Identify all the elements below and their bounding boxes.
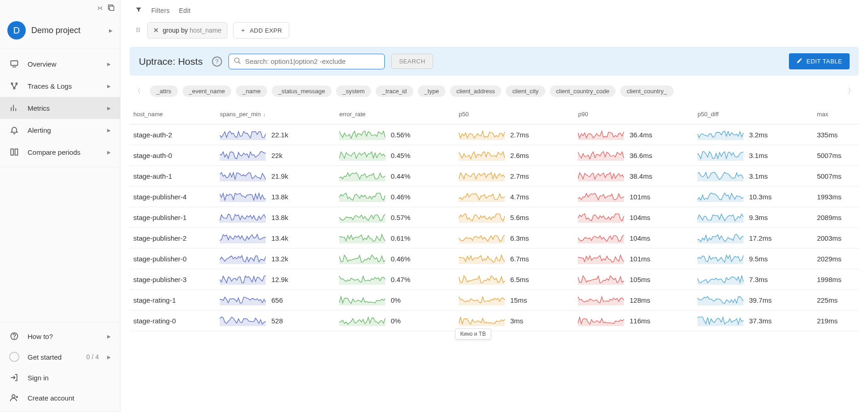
project-avatar: D xyxy=(7,21,26,40)
help-icon[interactable]: ? xyxy=(212,56,222,67)
nav-item-metrics[interactable]: Metrics▶ xyxy=(0,97,120,119)
nav-item-sign-in[interactable]: Sign in xyxy=(0,367,120,388)
table-row[interactable]: stage-auth-222.1k0.56%2.7ms36.4ms3.2ms33… xyxy=(130,124,859,145)
group-by-chip[interactable]: ✕ group by host_name xyxy=(147,22,228,39)
cell-value: 13.8k xyxy=(271,214,296,221)
table-row[interactable]: stage-publisher-312.9k0.47%6.5ms105ms7.3… xyxy=(130,269,859,290)
cell-value: 128ms xyxy=(629,296,654,304)
tag-_name[interactable]: _name xyxy=(236,85,267,97)
add-expr-button[interactable]: ＋ ADD EXPR xyxy=(233,22,289,39)
spans_per_min-cell: 13.8k xyxy=(216,207,336,228)
tag-client_city[interactable]: client_city xyxy=(506,85,545,97)
nav-item-compare-periods[interactable]: Compare periods▶ xyxy=(0,141,120,163)
column-host_name[interactable]: host_name xyxy=(130,104,216,124)
attributes-tags-row: 〈 _attrs_event_name_name_status_message_… xyxy=(130,81,859,101)
svg-line-26 xyxy=(239,62,240,63)
sparkline xyxy=(578,150,624,161)
nav-item-traces-logs[interactable]: Traces & Logs▶ xyxy=(0,75,120,97)
table-row[interactable]: stage-auth-022k0.45%2.6ms36.6ms3.1ms5007… xyxy=(130,145,859,166)
p50_diff-cell: 9.5ms xyxy=(694,248,813,269)
sparkline xyxy=(339,170,385,181)
spans_per_min-cell: 528 xyxy=(216,310,336,331)
cell-value: 0% xyxy=(391,317,416,325)
p50-cell: 6.7ms xyxy=(455,248,575,269)
nav-item-overview[interactable]: Overview▶ xyxy=(0,53,120,75)
column-p90[interactable]: p90 xyxy=(574,104,694,124)
sparkline xyxy=(697,274,743,285)
nav-item-alerting[interactable]: Alerting▶ xyxy=(0,119,120,141)
table-row[interactable]: stage-publisher-113.8k0.57%5.6ms104ms9.3… xyxy=(130,207,859,228)
tag-_trace_id[interactable]: _trace_id xyxy=(376,85,413,97)
monitor-icon xyxy=(9,59,19,68)
scroll-left-icon[interactable]: 〈 xyxy=(130,84,145,98)
sparkline xyxy=(459,315,505,326)
table-row[interactable]: stage-auth-121.9k0.44%2.7ms38.4ms3.1ms50… xyxy=(130,166,859,186)
filter-icon[interactable] xyxy=(135,6,142,15)
close-icon[interactable]: ✕ xyxy=(153,26,159,34)
column-spans_per_min[interactable]: spans_per_min ↓ xyxy=(216,104,336,124)
p50-cell: 2.6ms xyxy=(455,145,575,166)
sparkline xyxy=(578,294,624,305)
collapse-sidebar-icon[interactable]: ›‹ xyxy=(97,4,103,13)
tag-_event_name[interactable]: _event_name xyxy=(183,85,232,97)
progress-ring-icon xyxy=(9,352,19,362)
host-name-cell: stage-rating-1 xyxy=(130,290,216,310)
svg-point-20 xyxy=(137,29,137,30)
table-row[interactable]: stage-publisher-413.8k0.46%4.7ms101ms10.… xyxy=(130,186,859,207)
p90-cell: 116ms xyxy=(574,310,694,331)
tag-_attrs[interactable]: _attrs xyxy=(150,85,178,97)
svg-point-19 xyxy=(137,28,137,28)
edit-link[interactable]: Edit xyxy=(179,7,190,14)
column-error_rate[interactable]: error_rate xyxy=(336,104,455,124)
tag-client_address[interactable]: client_address xyxy=(450,85,502,97)
search-input[interactable] xyxy=(245,57,380,65)
tag-_status_message[interactable]: _status_message xyxy=(272,85,331,97)
table-row[interactable]: stage-rating-16560%15ms128ms39.7ms225ms xyxy=(130,290,859,310)
spans_per_min-cell: 656 xyxy=(216,290,336,310)
tag-_type[interactable]: _type xyxy=(418,85,445,97)
nav-item-how-to-[interactable]: How to?▶ xyxy=(0,326,120,346)
search-button[interactable]: SEARCH xyxy=(391,54,433,69)
p50_diff-cell: 3.1ms xyxy=(694,145,813,166)
search-box[interactable] xyxy=(228,54,385,69)
error_rate-cell: 0.56% xyxy=(336,124,455,145)
sparkline xyxy=(339,212,385,223)
table-row[interactable]: stage-publisher-013.2k0.46%6.7ms101ms9.5… xyxy=(130,248,859,269)
table-row[interactable]: stage-rating-05280%3ms116ms37.3ms219ms xyxy=(130,310,859,331)
bell-icon xyxy=(9,125,19,135)
nav-label: Alerting xyxy=(28,126,99,134)
cell-value: 6.7ms xyxy=(510,255,535,263)
error_rate-cell: 0% xyxy=(336,290,455,310)
p50-cell: 2.7ms xyxy=(455,166,575,186)
column-max[interactable]: max xyxy=(813,104,859,124)
svg-point-16 xyxy=(12,395,15,398)
sparkline xyxy=(578,212,624,223)
table-row[interactable]: stage-publisher-213.4k0.61%6.3ms104ms17.… xyxy=(130,228,859,248)
scroll-right-icon[interactable]: 〉 xyxy=(843,84,859,98)
secondary-nav: How to?▶Get started0 / 4▶Sign inCreate a… xyxy=(0,322,120,412)
host-name-cell: stage-auth-2 xyxy=(130,124,216,145)
graph-icon xyxy=(9,81,19,90)
p90-cell: 105ms xyxy=(574,269,694,290)
host-name-cell: stage-publisher-0 xyxy=(130,248,216,269)
tag-client_country_[interactable]: client_country_ xyxy=(620,85,673,97)
nav-item-get-started[interactable]: Get started0 / 4▶ xyxy=(0,346,120,367)
sparkline xyxy=(697,170,743,181)
windows-icon[interactable] xyxy=(107,4,114,13)
nav-label: How to? xyxy=(28,333,99,340)
edit-table-button[interactable]: EDIT TABLE xyxy=(789,53,850,69)
drag-handle-icon[interactable] xyxy=(135,27,142,34)
tag-client_country_code[interactable]: client_country_code xyxy=(550,85,616,97)
spans_per_min-cell: 13.8k xyxy=(216,186,336,207)
project-name: Demo project xyxy=(31,26,103,35)
column-p50[interactable]: p50 xyxy=(455,104,575,124)
sparkline xyxy=(220,274,266,285)
filters-link[interactable]: Filters xyxy=(151,7,170,14)
error_rate-cell: 0.47% xyxy=(336,269,455,290)
cell-value: 104ms xyxy=(629,214,654,221)
max-cell: 2089ms xyxy=(813,207,859,228)
nav-item-create-account[interactable]: Create account xyxy=(0,388,120,408)
column-p50_diff[interactable]: p50_diff xyxy=(694,104,813,124)
project-selector[interactable]: D Demo project ▶ xyxy=(0,17,120,49)
tag-_system[interactable]: _system xyxy=(336,85,371,97)
